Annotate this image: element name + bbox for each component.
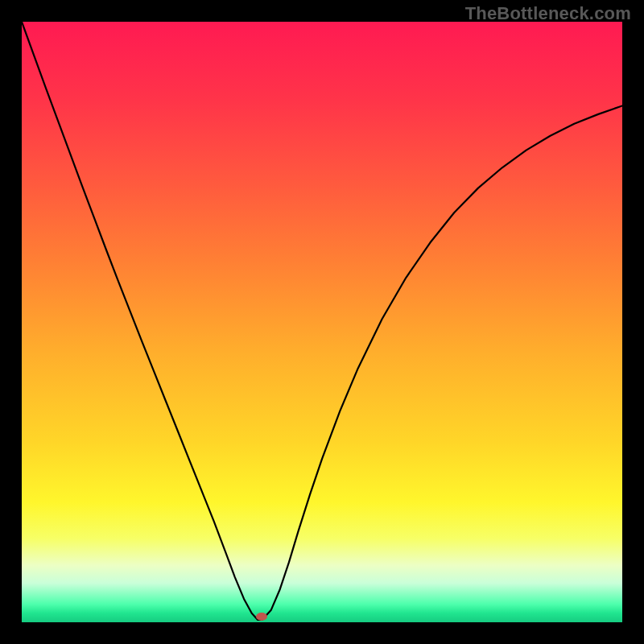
optimal-point-marker [256,613,267,621]
bottleneck-curve [22,22,622,622]
chart-frame: TheBottleneck.com [0,0,644,644]
plot-area [22,22,622,622]
